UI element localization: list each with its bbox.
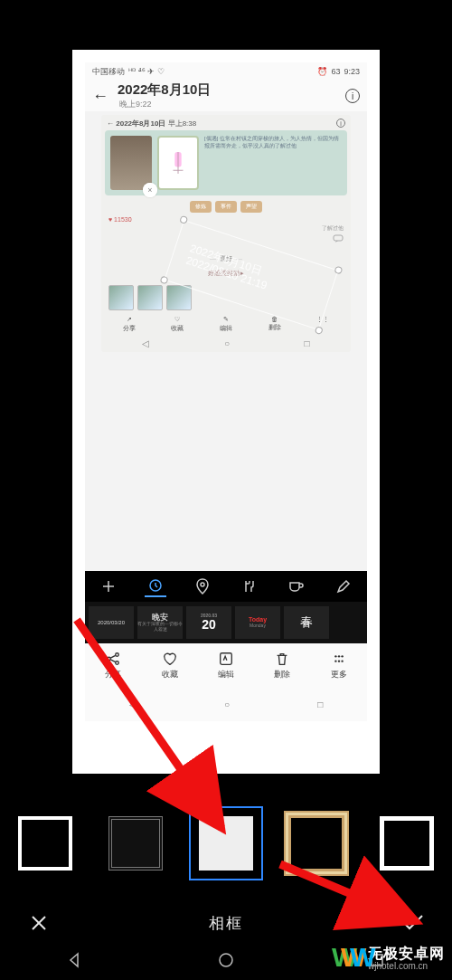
nested-toolbar: ↗分享 ♡收藏 ✎编辑 🗑删除 ⋮⋮: [105, 316, 347, 333]
photo-time-subtitle: 晚上9:22: [119, 99, 211, 110]
battery-label: 63: [331, 67, 340, 76]
sys-back-icon[interactable]: [66, 951, 84, 973]
template-spring[interactable]: 月夜春: [284, 606, 329, 639]
thumbnail-row: [108, 285, 347, 310]
editor-mode-label: 相框: [209, 913, 243, 934]
delete-button[interactable]: 删除: [274, 651, 290, 680]
sys-home-icon[interactable]: [217, 951, 235, 973]
character-portrait: [110, 136, 152, 190]
nested-more: ⋮⋮: [316, 316, 329, 333]
comment-icon: [105, 234, 344, 245]
frame-option-gold[interactable]: [280, 807, 353, 880]
edit-button[interactable]: 编辑: [218, 651, 234, 680]
thumb-3: [166, 285, 192, 310]
logo-domain: wjhotel.com.cn: [368, 962, 445, 972]
chip-row: 修炼 事件 声望: [105, 201, 347, 213]
inner-screenshot: 中国移动 ᴴᴰ ⁴⁶ ✈ ♡ ⏰ 63 9:23 ← 2022年8月10日 晚上…: [85, 62, 367, 721]
game-card: × [偶遇] 位常在村镇之间穿梭的旅人，为人热情，但因为情报所需而奔走，似乎没人…: [105, 130, 347, 195]
inner-header: ← 2022年8月10日 晚上9:22 i: [85, 81, 367, 111]
nav-home-icon[interactable]: ○: [224, 699, 230, 709]
thumb-1: [108, 285, 134, 310]
preference-label: 喜好: [105, 254, 347, 263]
gallery-toolbar: 分享 收藏 编辑 删除 更多: [85, 643, 367, 687]
svg-point-11: [334, 660, 336, 661]
svg-point-6: [116, 661, 119, 664]
nested-edit: ✎编辑: [220, 316, 232, 333]
pencil-icon[interactable]: [333, 576, 354, 597]
frame-option-polaroid[interactable]: [190, 807, 262, 880]
watermark-template-strip[interactable]: 2020/03/20 晚安有关于深夜的一切都令人着迷 2020.0320 Tod…: [85, 602, 367, 643]
template-today[interactable]: TodayMonday: [235, 606, 280, 639]
chip-1: 修炼: [190, 201, 212, 213]
nested-share: ↗分享: [123, 316, 136, 333]
inner-status-bar: 中国移动 ᴴᴰ ⁴⁶ ✈ ♡ ⏰ 63 9:23: [85, 62, 367, 81]
photo-date-title: 2022年8月10日: [118, 81, 211, 99]
site-watermark: WWW 无极安卓网 wjhotel.com.cn: [332, 944, 445, 975]
svg-point-5: [116, 652, 119, 656]
chip-2: 事件: [215, 201, 237, 213]
cancel-button[interactable]: [25, 909, 52, 937]
location-icon[interactable]: [192, 576, 213, 597]
alarm-icon: ⏰: [317, 67, 327, 76]
add-icon[interactable]: [98, 576, 119, 597]
edited-photo-preview: 中国移动 ᴴᴰ ⁴⁶ ✈ ♡ ⏰ 63 9:23 ← 2022年8月10日 晚上…: [72, 50, 380, 774]
svg-point-14: [220, 954, 232, 966]
nav-recent-icon[interactable]: □: [317, 699, 323, 709]
character-desc: [偶遇] 位常在村镇之间穿梭的旅人，为人热情，但因为情报所需而奔走，似乎没人真的…: [204, 136, 342, 190]
thumb-2: [137, 285, 163, 310]
frame-option-thick-white[interactable]: [371, 807, 443, 880]
svg-point-13: [341, 660, 343, 661]
nested-screenshot: ← 2022年8月10日 早上8:38 i × [偶遇] 位常在村镇之间穿梭的旅…: [101, 115, 351, 352]
back-icon[interactable]: ←: [92, 87, 108, 106]
svg-point-9: [338, 655, 340, 657]
frame-option-double-gray[interactable]: [99, 807, 172, 880]
svg-point-12: [338, 660, 340, 661]
clock-icon[interactable]: [145, 576, 166, 597]
frame-picker: [0, 804, 452, 883]
nested-fav: ♡收藏: [171, 316, 184, 333]
nested-info-icon: i: [336, 119, 345, 128]
carrier-label: 中国移动: [92, 66, 125, 78]
svg-point-4: [108, 657, 111, 661]
status-icons: ᴴᴰ ⁴⁶ ✈ ♡: [128, 67, 165, 76]
affinity-reward: 好感度奖励 ▸: [105, 269, 347, 278]
logo-icon: WWW: [332, 944, 363, 975]
chip-3: 声望: [240, 201, 262, 213]
logo-name: 无极安卓网: [368, 947, 445, 962]
editor-action-bar: 相框: [0, 903, 452, 943]
svg-rect-1: [334, 235, 343, 241]
svg-point-3: [201, 583, 204, 586]
close-icon: ×: [143, 183, 157, 197]
svg-point-10: [341, 655, 343, 657]
template-goodnight[interactable]: 晚安有关于深夜的一切都令人着迷: [137, 606, 183, 639]
coffee-icon[interactable]: [286, 576, 307, 597]
svg-point-8: [334, 655, 336, 657]
likes-count: ♥ 11530: [108, 216, 347, 223]
nav-back-icon[interactable]: ◁: [129, 699, 137, 709]
confirm-button[interactable]: [400, 909, 427, 937]
favorite-button[interactable]: 收藏: [162, 651, 178, 680]
inner-system-nav: ◁ ○ □: [85, 687, 367, 721]
nested-sysnav: ◁○□: [105, 338, 347, 348]
template-date[interactable]: 2020/03/20: [89, 606, 134, 639]
frame-option-simple-white[interactable]: [9, 807, 81, 880]
more-button[interactable]: 更多: [331, 651, 347, 680]
food-icon[interactable]: [239, 576, 260, 597]
clock-label: 9:23: [344, 67, 360, 76]
nested-time: 早上8:38: [168, 119, 197, 128]
sub-caption: 了解过他: [105, 224, 344, 233]
nested-del: 🗑删除: [268, 316, 281, 333]
share-button[interactable]: 分享: [105, 651, 121, 680]
lantern-card: [157, 136, 199, 190]
info-icon[interactable]: i: [345, 89, 360, 103]
nested-date: 2022年8月10日: [116, 119, 165, 128]
template-bignum[interactable]: 2020.0320: [186, 606, 231, 639]
watermark-category-strip: [85, 571, 367, 602]
